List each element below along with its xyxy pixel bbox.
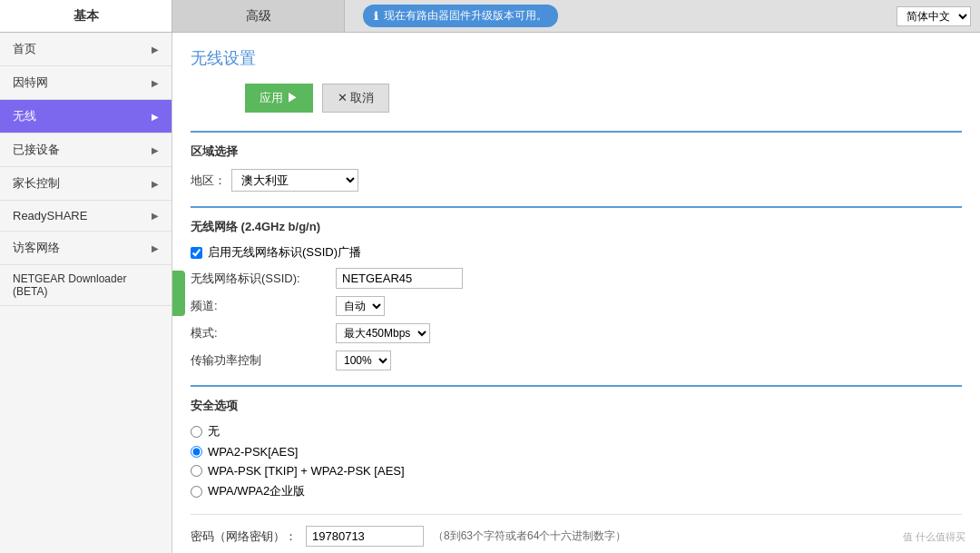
content-area: 无线设置 应用 ▶ ✕ 取消 区域选择 地区： 澳大利亚 中国 美国 (172, 33, 980, 553)
sidebar-item-devices-label: 已接设备 (13, 142, 60, 158)
radio-wpa2-24-label: WPA2-PSK[AES] (208, 445, 298, 459)
arrow-icon: ▶ (152, 112, 159, 122)
radio-wpatkip-24[interactable] (191, 465, 202, 477)
update-badge[interactable]: 现在有路由器固件升级版本可用。 (363, 5, 558, 27)
arrow-icon: ▶ (152, 44, 159, 54)
sidebar-item-parental[interactable]: 家长控制 ▶ (0, 167, 172, 201)
page-title: 无线设置 (191, 47, 962, 69)
sidebar-item-home-label: 首页 (13, 41, 36, 57)
region-row: 地区： 澳大利亚 中国 美国 (191, 169, 962, 192)
broadcast24-checkbox-row: 启用无线网络标识(SSID)广播 (191, 244, 962, 261)
radio-enterprise-24[interactable] (191, 486, 202, 498)
action-buttons: 应用 ▶ ✕ 取消 (245, 84, 962, 113)
mode24-label: 模式: (191, 325, 336, 341)
wifi24-section-title: 无线网络 (2.4GHz b/g/n) (191, 219, 962, 235)
power24-label: 传输功率控制 (191, 352, 336, 369)
radio-enterprise-24-label: WPA/WPA2企业版 (208, 483, 305, 499)
security24-title: 安全选项 (191, 398, 962, 414)
arrow-icon: ▶ (152, 78, 159, 88)
ssid24-row: 无线网络标识(SSID): (191, 268, 962, 289)
password-input[interactable] (306, 526, 424, 547)
region-section: 区域选择 地区： 澳大利亚 中国 美国 (191, 131, 962, 192)
radio-none-24-label: 无 (208, 423, 220, 439)
sidebar-item-readyshare-label: ReadySHARE (13, 209, 87, 222)
sidebar-item-devices[interactable]: 已接设备 ▶ (0, 133, 172, 167)
password-hint: （8到63个字符或者64个十六进制数字） (433, 528, 626, 544)
arrow-icon: ▶ (152, 211, 159, 221)
security24-option-none: 无 (191, 423, 962, 439)
sidebar-item-readyshare[interactable]: ReadySHARE ▶ (0, 201, 172, 232)
arrow-icon: ▶ (152, 179, 159, 189)
region-label: 地区： (191, 173, 226, 189)
sidebar-item-wireless[interactable]: 无线 ▶ (0, 100, 172, 133)
sidebar-item-downloader[interactable]: NETGEAR Downloader (BETA) (0, 265, 172, 306)
sidebar-item-parental-label: 家长控制 (13, 175, 60, 192)
radio-wpa2-24[interactable] (191, 446, 202, 458)
mode24-select[interactable]: 最大450Mbps最大300Mbps最大150Mbps (336, 323, 430, 343)
security24-radio-group: 无 WPA2-PSK[AES] WPA-PSK [TKIP] + WPA2-PS… (191, 423, 962, 499)
watermark: 值 什么值得买 (903, 530, 965, 544)
broadcast24-checkbox[interactable] (191, 247, 202, 259)
region-select[interactable]: 澳大利亚 中国 美国 (231, 169, 358, 192)
region-section-title: 区域选择 (191, 143, 962, 160)
mode24-row: 模式: 最大450Mbps最大300Mbps最大150Mbps (191, 323, 962, 343)
sidebar-item-internet[interactable]: 因特网 ▶ (0, 66, 172, 100)
main-layout: 首页 ▶ 因特网 ▶ 无线 ▶ 已接设备 ▶ 家长控制 ▶ ReadySHARE… (0, 33, 980, 553)
password-row: 密码（网络密钥）： （8到63个字符或者64个十六进制数字） (191, 526, 962, 547)
sidebar-item-home[interactable]: 首页 ▶ (0, 33, 172, 66)
arrow-icon: ▶ (152, 243, 159, 253)
update-notice: 现在有路由器固件升级版本可用。 (345, 0, 897, 32)
security24-option-wpatkip: WPA-PSK [TKIP] + WPA2-PSK [AES] (191, 464, 962, 478)
sidebar-item-guest-label: 访客网络 (13, 240, 60, 256)
power24-row: 传输功率控制 100%75%50%25% (191, 351, 962, 370)
sidebar-item-downloader-label: NETGEAR Downloader (BETA) (13, 272, 159, 298)
content-inner: 无线设置 应用 ▶ ✕ 取消 区域选择 地区： 澳大利亚 中国 美国 (172, 33, 980, 553)
language-dropdown[interactable]: 简体中文 (897, 6, 971, 26)
sidebar-item-wireless-label: 无线 (13, 108, 36, 124)
radio-none-24[interactable] (191, 426, 202, 438)
power24-select[interactable]: 100%75%50%25% (336, 351, 391, 370)
lang-select[interactable]: 简体中文 (897, 0, 980, 32)
sidebar-item-guest[interactable]: 访客网络 ▶ (0, 232, 172, 265)
broadcast24-label: 启用无线网络标识(SSID)广播 (208, 244, 361, 261)
top-nav: 基本 高级 现在有路由器固件升级版本可用。 简体中文 (0, 0, 980, 33)
ssid24-input[interactable] (336, 268, 463, 289)
security24-section: 安全选项 无 WPA2-PSK[AES] WPA-PSK [TKIP] + WP… (191, 385, 962, 499)
cancel-button[interactable]: ✕ 取消 (322, 84, 390, 113)
tab-basic[interactable]: 基本 (0, 0, 172, 32)
radio-wpatkip-24-label: WPA-PSK [TKIP] + WPA2-PSK [AES] (208, 464, 405, 478)
ssid24-label: 无线网络标识(SSID): (191, 271, 336, 287)
tab-advanced[interactable]: 高级 (172, 0, 345, 32)
security24-option-wpa2: WPA2-PSK[AES] (191, 445, 962, 459)
arrow-icon: ▶ (152, 145, 159, 155)
channel24-row: 频道: 自动1611 (191, 296, 962, 316)
wifi24-section: 无线网络 (2.4GHz b/g/n) 启用无线网络标识(SSID)广播 无线网… (191, 206, 962, 370)
apply-button[interactable]: 应用 ▶ (245, 84, 313, 113)
side-tab-button[interactable] (172, 271, 185, 316)
sidebar: 首页 ▶ 因特网 ▶ 无线 ▶ 已接设备 ▶ 家长控制 ▶ ReadySHARE… (0, 33, 172, 553)
password-label: 密码（网络密钥）： (191, 528, 297, 545)
channel24-label: 频道: (191, 298, 336, 314)
channel24-select[interactable]: 自动1611 (336, 296, 385, 316)
security24-option-enterprise: WPA/WPA2企业版 (191, 483, 962, 499)
sidebar-item-internet-label: 因特网 (13, 74, 48, 91)
password-section: 密码（网络密钥）： （8到63个字符或者64个十六进制数字） (191, 514, 962, 547)
